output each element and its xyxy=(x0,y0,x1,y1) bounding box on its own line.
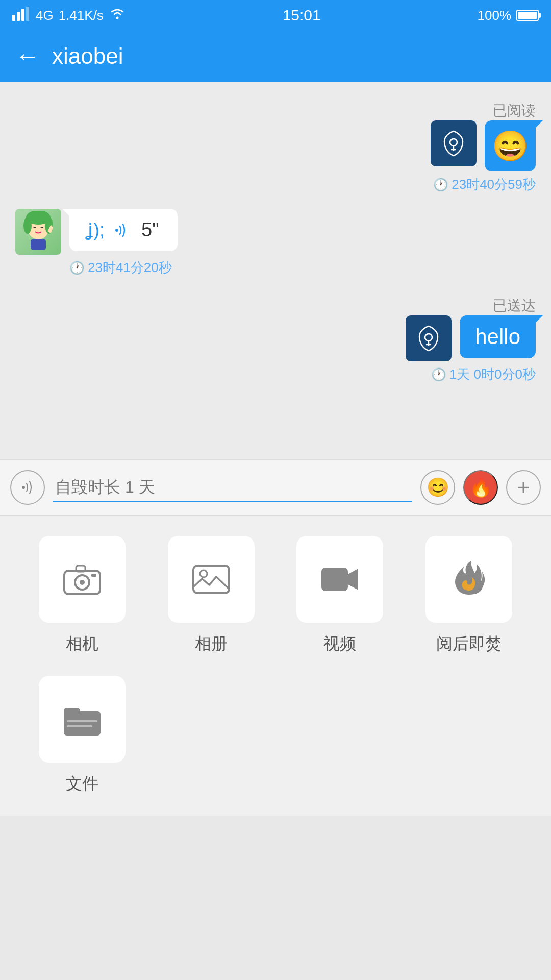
album-icon-box xyxy=(168,536,255,623)
voice-input-button[interactable] xyxy=(10,470,45,505)
voice-duration: 5" xyxy=(141,219,159,241)
svg-point-4 xyxy=(116,16,118,19)
video-icon-box xyxy=(296,536,383,623)
svg-rect-24 xyxy=(67,720,97,722)
time-text: 23时40分59秒 xyxy=(452,176,536,193)
status-left: 4G 1.41K/s xyxy=(12,7,126,24)
message-row: 😄 xyxy=(431,120,536,172)
svg-rect-18 xyxy=(91,574,96,577)
image-icon xyxy=(191,561,232,597)
action-file[interactable]: 文件 xyxy=(26,676,139,795)
voice-wave-icon: ʝ); xyxy=(88,219,105,241)
time-text: 23时41分20秒 xyxy=(88,259,172,277)
message-status: 已送达 xyxy=(493,296,536,315)
message-time: 🕐 1天 0时0分0秒 xyxy=(431,365,536,383)
message-time: 🕐 23时41分20秒 xyxy=(69,259,172,277)
file-label: 文件 xyxy=(66,773,98,795)
file-icon-box xyxy=(39,676,126,763)
message-input-wrap xyxy=(53,474,412,502)
svg-rect-23 xyxy=(64,708,80,716)
svg-rect-10 xyxy=(31,239,46,250)
status-right: 100% xyxy=(478,8,539,23)
message-time: 🕐 23时40分59秒 xyxy=(433,176,536,193)
wave-icon xyxy=(113,220,133,240)
chat-area: 已阅读 😄 🕐 23时40分59秒 xyxy=(0,82,551,459)
emoji-button[interactable]: 😊 xyxy=(420,470,455,505)
clock-icon: 🕐 xyxy=(69,261,85,275)
signal-icon xyxy=(12,7,31,24)
camera-icon-box xyxy=(39,536,126,623)
video-icon xyxy=(319,561,360,597)
action-burn[interactable]: 阅后即焚 xyxy=(412,536,526,655)
message-input[interactable] xyxy=(55,478,410,497)
flame-icon xyxy=(451,559,487,600)
network-type: 4G xyxy=(36,8,54,23)
svg-point-12 xyxy=(425,334,432,341)
svg-rect-0 xyxy=(12,15,15,21)
speed: 1.41K/s xyxy=(59,8,104,23)
camera-icon xyxy=(62,561,103,597)
svg-point-16 xyxy=(80,580,85,585)
svg-rect-19 xyxy=(193,566,229,593)
action-grid: 相机 相册 视频 阅后即焚 xyxy=(0,516,551,676)
emoji-message[interactable]: 😄 xyxy=(485,120,536,172)
wifi-icon xyxy=(109,7,126,24)
chat-header: ← xiaobei xyxy=(0,31,551,82)
plus-button[interactable]: + xyxy=(506,470,541,505)
message-block: ʝ); 5" 🕐 23时41分20秒 xyxy=(15,209,536,277)
message-row: ʝ); 5" xyxy=(15,209,178,255)
message-block: 已送达 hello 🕐 1天 0时0分0秒 xyxy=(15,292,536,383)
user-avatar-right xyxy=(406,315,452,361)
user-avatar-right xyxy=(431,120,477,166)
battery-percent: 100% xyxy=(478,8,512,23)
action-grid-2: 文件 xyxy=(0,676,551,816)
svg-point-11 xyxy=(115,229,118,232)
video-label: 视频 xyxy=(323,633,356,655)
back-button[interactable]: ← xyxy=(15,44,40,68)
fire-btn-icon: 🔥 xyxy=(469,477,492,498)
status-time: 15:01 xyxy=(283,7,321,24)
battery-icon xyxy=(516,10,539,21)
time-text: 1天 0时0分0秒 xyxy=(449,365,536,383)
camera-label: 相机 xyxy=(66,633,98,655)
svg-rect-2 xyxy=(21,9,24,21)
voice-btn-icon xyxy=(18,478,37,497)
voice-message[interactable]: ʝ); 5" xyxy=(69,209,178,251)
plus-btn-icon: + xyxy=(517,475,530,500)
album-label: 相册 xyxy=(195,633,228,655)
chat-title: xiaobei xyxy=(52,43,123,69)
svg-rect-21 xyxy=(321,568,348,591)
clock-icon: 🕐 xyxy=(433,178,448,192)
text-message[interactable]: hello xyxy=(460,315,536,358)
svg-rect-1 xyxy=(17,12,20,21)
folder-icon xyxy=(62,701,103,738)
svg-rect-25 xyxy=(67,725,92,727)
svg-point-8 xyxy=(23,217,32,234)
fire-button[interactable]: 🔥 xyxy=(463,470,498,505)
action-album[interactable]: 相册 xyxy=(155,536,268,655)
status-bar: 4G 1.41K/s 15:01 100% xyxy=(0,0,551,31)
user-avatar-left xyxy=(15,209,61,255)
emoji-btn-icon: 😊 xyxy=(427,477,449,498)
svg-point-5 xyxy=(450,139,457,146)
svg-point-13 xyxy=(22,486,25,489)
message-block: 已阅读 😄 🕐 23时40分59秒 xyxy=(15,97,536,193)
svg-rect-3 xyxy=(26,7,29,21)
action-video[interactable]: 视频 xyxy=(283,536,397,655)
clock-icon: 🕐 xyxy=(431,368,446,382)
message-row: hello xyxy=(406,315,536,361)
message-status: 已阅读 xyxy=(493,101,536,120)
burn-icon-box xyxy=(425,536,512,623)
input-bar: 😊 🔥 + xyxy=(0,459,551,516)
action-camera[interactable]: 相机 xyxy=(26,536,139,655)
svg-point-20 xyxy=(200,570,207,577)
burn-label: 阅后即焚 xyxy=(436,633,502,655)
